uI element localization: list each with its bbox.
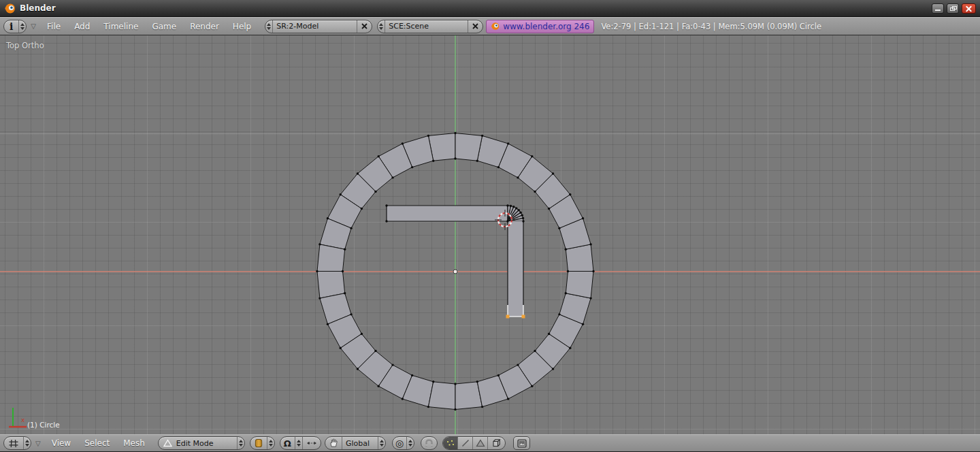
object-origin-dot [453, 270, 457, 274]
mesh-vertex [522, 217, 524, 219]
editmode-triangle-icon [163, 439, 172, 447]
editor-type-stepper[interactable] [18, 20, 26, 33]
selected-vertex [506, 315, 510, 319]
mode-dropdown[interactable]: Edit Mode [158, 436, 245, 450]
mesh-vertex [411, 374, 413, 376]
minimize-icon [935, 10, 941, 11]
edge-select-icon [461, 439, 470, 447]
header-collapse-icon[interactable]: ▽ [31, 22, 36, 30]
mesh-vertex [350, 313, 352, 315]
manipulator-hand-button[interactable] [325, 437, 342, 449]
menu-add[interactable]: Add [74, 22, 90, 31]
mesh-vertex [476, 381, 478, 383]
menu-game[interactable]: Game [152, 22, 176, 31]
mesh-vertex [565, 292, 567, 294]
3d-viewport[interactable]: x Top Ortho (1) Circle [0, 35, 980, 434]
editor-type-button[interactable]: i [3, 20, 27, 33]
mesh-vertex [569, 347, 571, 349]
ring-face [566, 272, 593, 299]
vertex-select-button[interactable] [443, 437, 458, 449]
mesh-vertex [589, 297, 591, 299]
mesh-vertex [506, 204, 508, 206]
header-collapse-icon[interactable]: ▽ [35, 440, 41, 447]
proportional-edit-dropdown[interactable]: ◎ [392, 436, 414, 450]
mesh-vertex [522, 220, 524, 222]
minimize-button[interactable] [932, 3, 944, 14]
mesh-vertex [552, 368, 554, 370]
mode-dropdown-stepper[interactable] [237, 437, 244, 449]
hand-vertical-bar [508, 221, 523, 317]
viewport-canvas[interactable]: x [0, 35, 980, 434]
active-object-label: (1) Circle [27, 421, 60, 429]
screen-delete-button[interactable] [357, 20, 372, 33]
ring-face [455, 133, 483, 161]
mesh-vertex [518, 209, 520, 211]
mesh-vertex [350, 227, 352, 229]
proportional-stepper[interactable] [406, 437, 414, 449]
menu-file[interactable]: File [47, 22, 61, 31]
pivot-stepper[interactable] [295, 437, 302, 449]
selected-vertex [522, 315, 525, 319]
menu-timeline[interactable]: Timeline [103, 22, 138, 31]
manipulator-arrows-icon [306, 439, 317, 447]
mesh-vertex [592, 270, 594, 272]
mesh-vertex [402, 142, 404, 144]
mesh-vertex [521, 214, 523, 216]
blender-window: Blender i ▽ File Add Timeline Game Rende… [0, 0, 980, 452]
manipulator-toggle[interactable] [302, 437, 321, 449]
occlude-geometry-button[interactable] [488, 437, 505, 449]
render-preview-button[interactable] [513, 436, 530, 450]
pivot-point-icon[interactable]: Ω [284, 439, 291, 448]
mesh-vertex [432, 381, 434, 383]
face-select-icon [476, 439, 485, 447]
mesh-vertex [548, 208, 550, 210]
edge-select-button[interactable] [458, 437, 473, 449]
mesh-vertex [378, 385, 380, 387]
mesh-vertex [344, 292, 346, 294]
menu-select[interactable]: Select [84, 438, 110, 448]
x-icon [361, 23, 368, 29]
version-badge-text: www.blender.org 246 [503, 22, 589, 31]
orientation-group: Global [325, 436, 386, 450]
menu-mesh[interactable]: Mesh [123, 438, 145, 448]
mesh-vertex [515, 207, 517, 209]
mesh-vertex [565, 248, 567, 251]
editor-type-stepper[interactable] [23, 437, 31, 449]
draw-type-dropdown[interactable] [250, 436, 275, 450]
mesh-vertex [391, 364, 393, 366]
mesh-vertex [402, 398, 404, 400]
mesh-vertex [391, 176, 393, 178]
menu-view[interactable]: View [52, 438, 71, 448]
scene-selector-stepper[interactable] [378, 20, 385, 33]
mesh-vertex [454, 157, 456, 159]
scene-selector-value[interactable]: SCE:Scene [385, 20, 468, 33]
menu-help[interactable]: Help [233, 22, 251, 31]
face-select-button[interactable] [473, 437, 488, 449]
orientation-dropdown-value[interactable]: Global [342, 437, 378, 449]
info-editor-icon: i [10, 21, 13, 32]
menu-render[interactable]: Render [190, 22, 219, 31]
screen-selector-stepper[interactable] [265, 20, 273, 33]
mesh-vertex [344, 248, 346, 251]
screen-selector-value[interactable]: SR:2-Model [273, 20, 357, 33]
mesh-vertex [582, 217, 584, 219]
version-badge[interactable]: www.blender.org 246 [486, 20, 594, 33]
mesh-vertex [327, 217, 329, 219]
window-title: Blender [20, 3, 56, 13]
editor-type-button-3dview[interactable] [3, 436, 31, 450]
mesh-vertex [378, 155, 380, 157]
orientation-stepper[interactable] [378, 437, 385, 449]
restore-button[interactable] [947, 3, 959, 14]
mesh-vertex [454, 408, 456, 410]
mesh-vertex [454, 132, 456, 134]
draw-type-stepper[interactable] [267, 437, 274, 449]
snap-toggle-button[interactable] [421, 436, 438, 450]
scene-selector[interactable]: SCE:Scene [377, 20, 483, 33]
scene-delete-button[interactable] [468, 20, 483, 33]
grid-editor-icon [9, 439, 18, 448]
close-button[interactable] [962, 3, 976, 14]
mesh-vertex [534, 350, 536, 352]
screen-selector[interactable]: SR:2-Model [265, 20, 372, 33]
mode-dropdown-value[interactable]: Edit Mode [175, 437, 237, 449]
mesh-vertex [589, 243, 591, 245]
